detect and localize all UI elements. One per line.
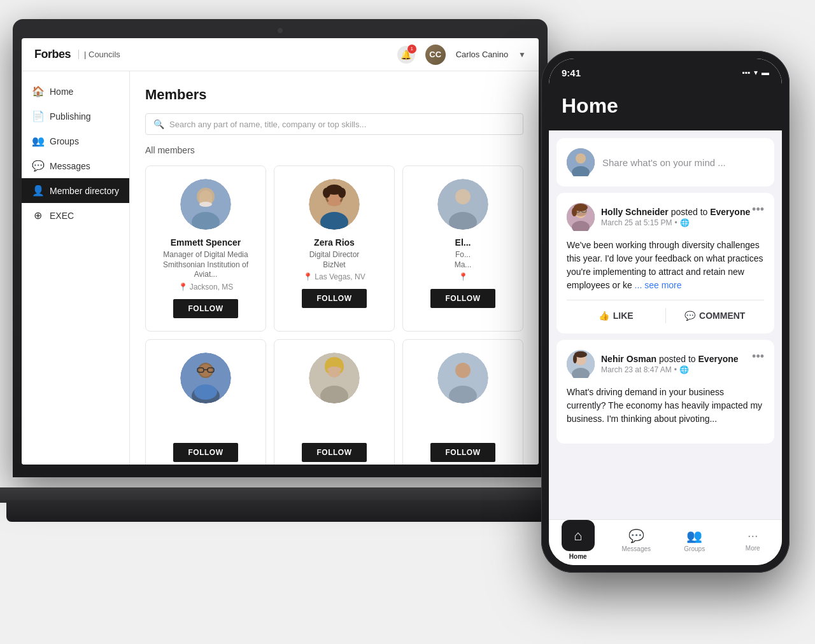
member-card-4[interactable]: FOLLOW [145, 339, 266, 465]
member-title-3: Fo...Ma... [455, 250, 472, 270]
post-actions-holly: 👍 LIKE 💬 COMMENT [567, 300, 764, 323]
post-card-nehir: Nehir Osman posted to Everyone March 23 … [556, 340, 774, 444]
search-input[interactable]: Search any part of name, title, company … [169, 120, 366, 129]
tab-messages-label: Messages [621, 545, 651, 552]
signal-icon: ▪▪▪ [742, 68, 750, 77]
page-title: Members [145, 87, 523, 103]
phone-content: Home [549, 87, 782, 565]
laptop-foot [6, 500, 554, 522]
phone-feed: Share what's on your mind ... [549, 130, 782, 519]
svg-point-13 [323, 188, 330, 198]
member-card-5[interactable]: FOLLOW [274, 339, 395, 465]
member-avatar-6 [437, 353, 488, 403]
post-avatar-holly [567, 203, 595, 231]
globe-icon: 🌐 [680, 218, 690, 227]
notification-badge: 1 [408, 45, 416, 53]
svg-point-11 [327, 200, 341, 206]
all-members-label: All members [145, 145, 523, 155]
sidebar-label-member-directory: Member directory [50, 186, 119, 196]
post-text-nehir: What's driving demand in your business c… [567, 386, 764, 426]
follow-button-emmett[interactable]: FOLLOW [173, 299, 239, 318]
sidebar-item-groups[interactable]: 👥 Groups [22, 129, 129, 153]
share-placeholder-text[interactable]: Share what's on your mind ... [602, 157, 726, 168]
see-more-holly[interactable]: ... see more [635, 280, 682, 290]
location-pin-icon-3: 📍 [458, 272, 468, 281]
post-card-holly: Holly Schneider posted to Everyone March… [556, 193, 774, 333]
member-location-emmett: 📍 Jackson, MS [178, 283, 234, 291]
laptop-screen: Forbes | Councils 🔔 1 CC Carlos Canino ▼ [22, 38, 539, 465]
phone-time: 9:41 [562, 67, 581, 78]
comment-icon: 💬 [684, 311, 695, 321]
tab-home-label: Home [569, 553, 587, 560]
svg-point-6 [199, 202, 212, 207]
post-user-info-holly: Holly Schneider posted to Everyone March… [567, 203, 750, 231]
post-user-details-holly: Holly Schneider posted to Everyone March… [601, 207, 750, 227]
sidebar: 🏠 Home 📄 Publishing 👥 Groups 💬 [22, 71, 130, 465]
svg-point-14 [338, 188, 346, 198]
post-text-holly: We've been working through diversity cha… [567, 239, 764, 292]
search-bar[interactable]: 🔍 Search any part of name, title, compan… [145, 113, 523, 135]
sidebar-label-messages: Messages [50, 161, 90, 171]
member-location-3: 📍 [458, 272, 468, 281]
user-name: Carlos Canino [456, 50, 508, 59]
post-user-name-holly: Holly Schneider posted to Everyone [601, 207, 750, 217]
tab-home-icon: ⌂ [574, 528, 582, 544]
member-title-zera: Digital DirectorBizNet [309, 250, 360, 270]
globe-icon-2: 🌐 [679, 365, 689, 374]
post-header-holly: Holly Schneider posted to Everyone March… [567, 203, 764, 231]
tab-messages-icon: 💬 [628, 528, 644, 543]
phone-home-title: Home [562, 94, 769, 118]
publishing-icon: 📄 [32, 110, 43, 122]
notification-button[interactable]: 🔔 1 [397, 46, 415, 64]
member-card-6[interactable]: FOLLOW [402, 339, 523, 465]
sidebar-item-home[interactable]: 🏠 Home [22, 79, 129, 104]
svg-point-16 [455, 189, 471, 204]
phone-body: 9:41 ▪▪▪ ▾ ▬ Home [541, 51, 790, 573]
tab-more-icon: ··· [748, 528, 758, 543]
like-button-holly[interactable]: 👍 LIKE [567, 308, 665, 323]
wifi-icon: ▾ [754, 68, 758, 77]
tab-item-groups[interactable]: 👥 Groups [665, 520, 724, 560]
sidebar-item-member-directory[interactable]: 👤 Member directory [22, 178, 129, 203]
follow-button-3[interactable]: FOLLOW [430, 289, 496, 308]
comment-button-holly[interactable]: 💬 COMMENT [666, 308, 765, 323]
sidebar-label-exec: EXEC [50, 211, 74, 221]
sidebar-item-messages[interactable]: 💬 Messages [22, 153, 129, 178]
phone-status-icons: ▪▪▪ ▾ ▬ [742, 68, 769, 77]
share-box[interactable]: Share what's on your mind ... [556, 138, 774, 186]
svg-point-46 [572, 207, 577, 216]
tab-home-bg: ⌂ [562, 520, 595, 551]
phone-status-bar: 9:41 ▪▪▪ ▾ ▬ [549, 59, 782, 87]
member-avatar-5 [309, 353, 360, 403]
scene: Forbes | Councils 🔔 1 CC Carlos Canino ▼ [0, 0, 815, 644]
tab-item-more[interactable]: ··· More [724, 520, 783, 560]
post-options-button-holly[interactable]: ••• [752, 203, 764, 216]
tab-groups-label: Groups [684, 545, 705, 552]
post-options-button-nehir[interactable]: ••• [752, 350, 764, 363]
member-card-3[interactable]: El... Fo...Ma... 📍 FOLLOW [402, 165, 523, 332]
sidebar-item-exec[interactable]: ⊕ EXEC [22, 203, 129, 228]
tab-item-messages[interactable]: 💬 Messages [607, 520, 666, 560]
user-avatar[interactable]: CC [425, 45, 446, 65]
location-pin-icon-2: 📍 [303, 272, 313, 281]
forbes-logo: Forbes | Councils [34, 48, 120, 61]
user-menu-chevron[interactable]: ▼ [518, 50, 526, 59]
follow-button-5[interactable]: FOLLOW [302, 443, 367, 462]
post-meta-nehir: March 23 at 8:47 AM • 🌐 [601, 365, 739, 374]
location-pin-icon: 📍 [178, 283, 188, 291]
exec-icon: ⊕ [32, 209, 43, 221]
member-card-emmett[interactable]: Emmett Spencer Manager of Digital MediaS… [145, 165, 266, 332]
laptop-header: Forbes | Councils 🔔 1 CC Carlos Canino ▼ [22, 38, 539, 71]
messages-icon: 💬 [32, 160, 43, 172]
laptop: Forbes | Councils 🔔 1 CC Carlos Canino ▼ [13, 19, 560, 541]
post-header-nehir: Nehir Osman posted to Everyone March 23 … [567, 350, 764, 378]
tab-item-home[interactable]: ⌂ Home [549, 520, 607, 560]
sidebar-item-publishing[interactable]: 📄 Publishing [22, 104, 129, 129]
follow-button-zera[interactable]: FOLLOW [302, 289, 367, 308]
member-card-zera[interactable]: Zera Rios Digital DirectorBizNet 📍 Las V… [274, 165, 395, 332]
main-content: Members 🔍 Search any part of name, title… [130, 71, 539, 465]
member-avatar-emmett [180, 179, 231, 230]
sidebar-label-publishing: Publishing [50, 111, 91, 122]
follow-button-4[interactable]: FOLLOW [173, 443, 239, 462]
follow-button-6[interactable]: FOLLOW [430, 443, 496, 462]
